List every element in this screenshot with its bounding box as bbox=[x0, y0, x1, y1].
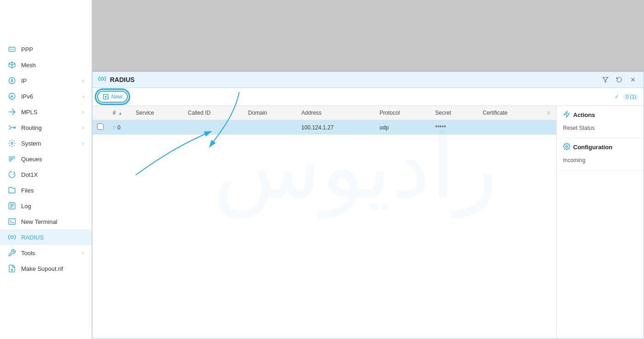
sort-icon: ▲ bbox=[118, 111, 122, 116]
col-secret[interactable]: Secret bbox=[431, 106, 478, 120]
radius-window: RADIUS bbox=[92, 71, 644, 339]
queues-icon bbox=[7, 154, 17, 164]
incoming-item[interactable]: Incoming bbox=[563, 155, 637, 165]
tools-chevron: › bbox=[82, 250, 84, 256]
sidebar-item-ip[interactable]: IP › bbox=[0, 73, 92, 88]
system-icon bbox=[7, 139, 17, 148]
row-num: 0 bbox=[117, 124, 121, 131]
row-called-id bbox=[183, 120, 243, 135]
radius-table: # ▲ Service Called ID Domain Address Pro… bbox=[92, 106, 556, 135]
table-row[interactable]: ⠿ 0 100.124.1.27 udp ***** bbox=[92, 120, 556, 135]
sidebar-item-mpls[interactable]: MPLS › bbox=[0, 104, 92, 120]
sidebar-item-files[interactable]: Files bbox=[0, 182, 92, 198]
sidebar-item-queues[interactable]: Queues bbox=[0, 151, 92, 167]
row-checkbox-cell bbox=[92, 120, 108, 135]
sidebar-item-ip-label: IP bbox=[21, 77, 82, 84]
sidebar-item-radius[interactable]: RADIUS bbox=[0, 229, 92, 245]
col-checkbox bbox=[92, 106, 108, 120]
mpls-icon bbox=[7, 107, 17, 117]
col-num-label: # bbox=[113, 110, 116, 116]
actions-title: Actions bbox=[563, 111, 637, 119]
sidebar-item-tools[interactable]: Tools › bbox=[0, 245, 92, 261]
svg-point-9 bbox=[101, 77, 104, 80]
reset-status-item[interactable]: Reset Status bbox=[563, 123, 637, 133]
mpls-chevron: › bbox=[82, 109, 84, 115]
sidebar-item-radius-label: RADIUS bbox=[21, 234, 84, 241]
column-menu-icon[interactable]: ≡ bbox=[547, 110, 550, 116]
table-area: # ▲ Service Called ID Domain Address Pro… bbox=[92, 106, 556, 339]
row-address: 100.124.1.27 bbox=[297, 120, 375, 135]
sidebar-item-new-terminal[interactable]: New Terminal bbox=[0, 214, 92, 229]
sidebar-item-mesh[interactable]: Mesh bbox=[0, 57, 92, 73]
sidebar-item-mesh-label: Mesh bbox=[21, 62, 84, 69]
configuration-title: Configuration bbox=[563, 143, 637, 152]
sidebar-item-routing[interactable]: Routing › bbox=[0, 120, 92, 135]
sidebar-item-system-label: System bbox=[21, 140, 82, 147]
svg-rect-7 bbox=[9, 219, 16, 224]
ipv6-icon: v6 bbox=[7, 92, 17, 101]
sidebar-item-routing-label: Routing bbox=[21, 124, 82, 131]
configuration-section: Configuration Incoming bbox=[557, 138, 644, 170]
col-certificate[interactable]: Certificate bbox=[478, 106, 542, 120]
content-area: # ▲ Service Called ID Domain Address Pro… bbox=[92, 106, 644, 339]
terminal-icon bbox=[7, 217, 17, 226]
sidebar-item-queues-label: Queues bbox=[21, 156, 84, 163]
routing-icon bbox=[7, 123, 17, 132]
actions-section: Actions Reset Status bbox=[557, 106, 644, 138]
sidebar-item-ppp-label: PPP bbox=[21, 46, 84, 53]
refresh-button[interactable] bbox=[614, 76, 624, 84]
new-button[interactable]: New bbox=[97, 91, 128, 103]
drag-handle[interactable]: ⠿ bbox=[113, 125, 116, 130]
row-certificate bbox=[478, 120, 542, 135]
row-extra bbox=[542, 120, 556, 135]
ppp-icon bbox=[7, 45, 17, 54]
svg-point-5 bbox=[11, 142, 13, 145]
window-title: RADIUS bbox=[110, 76, 597, 83]
sidebar-item-new-terminal-label: New Terminal bbox=[21, 218, 84, 225]
sidebar-item-tools-label: Tools bbox=[21, 250, 82, 257]
radius-title-icon bbox=[98, 75, 106, 85]
table-header-row: # ▲ Service Called ID Domain Address Pro… bbox=[92, 106, 556, 120]
col-service[interactable]: Service bbox=[131, 106, 183, 120]
dot1x-icon bbox=[7, 170, 17, 179]
close-button[interactable] bbox=[628, 76, 638, 84]
sidebar-item-log[interactable]: Log bbox=[0, 198, 92, 214]
count-badge: 0 (1) bbox=[623, 94, 639, 100]
sidebar-item-ppp[interactable]: PPP bbox=[0, 41, 92, 57]
configuration-label: Configuration bbox=[573, 144, 612, 151]
toolbar-right: ✓ 0 (1) bbox=[615, 94, 639, 100]
files-icon bbox=[7, 186, 17, 195]
check-icon: ✓ bbox=[615, 94, 619, 100]
window-controls bbox=[600, 76, 638, 84]
row-protocol: udp bbox=[375, 120, 431, 135]
ipv6-chevron: › bbox=[82, 94, 84, 99]
col-domain[interactable]: Domain bbox=[243, 106, 297, 120]
sidebar-item-make-supout[interactable]: Make Supout.rif bbox=[0, 261, 92, 276]
sidebar-item-log-label: Log bbox=[21, 203, 84, 210]
sidebar-item-system[interactable]: System › bbox=[0, 135, 92, 151]
filter-button[interactable] bbox=[600, 76, 610, 84]
supout-icon bbox=[7, 264, 17, 273]
col-called-id[interactable]: Called ID bbox=[183, 106, 243, 120]
row-service bbox=[131, 120, 183, 135]
mesh-icon bbox=[7, 60, 17, 70]
ip-chevron: › bbox=[82, 78, 84, 83]
col-protocol[interactable]: Protocol bbox=[375, 106, 431, 120]
new-button-label: New bbox=[111, 94, 122, 100]
window-titlebar: RADIUS bbox=[92, 72, 644, 88]
row-checkbox[interactable] bbox=[97, 123, 104, 130]
row-domain bbox=[243, 120, 297, 135]
sidebar: PPP Mesh IP › v6 IPv6 › bbox=[0, 0, 92, 339]
svg-point-8 bbox=[11, 236, 13, 239]
sidebar-item-ipv6-label: IPv6 bbox=[21, 93, 82, 100]
log-icon bbox=[7, 201, 17, 210]
col-num[interactable]: # ▲ bbox=[108, 106, 131, 120]
svg-rect-0 bbox=[9, 47, 15, 52]
col-menu[interactable]: ≡ bbox=[542, 106, 556, 120]
sidebar-item-files-label: Files bbox=[21, 187, 84, 194]
sidebar-item-dot1x[interactable]: Dot1X bbox=[0, 167, 92, 182]
col-address[interactable]: Address bbox=[297, 106, 375, 120]
sidebar-item-ipv6[interactable]: v6 IPv6 › bbox=[0, 88, 92, 104]
sidebar-item-dot1x-label: Dot1X bbox=[21, 171, 84, 178]
ip-icon bbox=[7, 76, 17, 85]
